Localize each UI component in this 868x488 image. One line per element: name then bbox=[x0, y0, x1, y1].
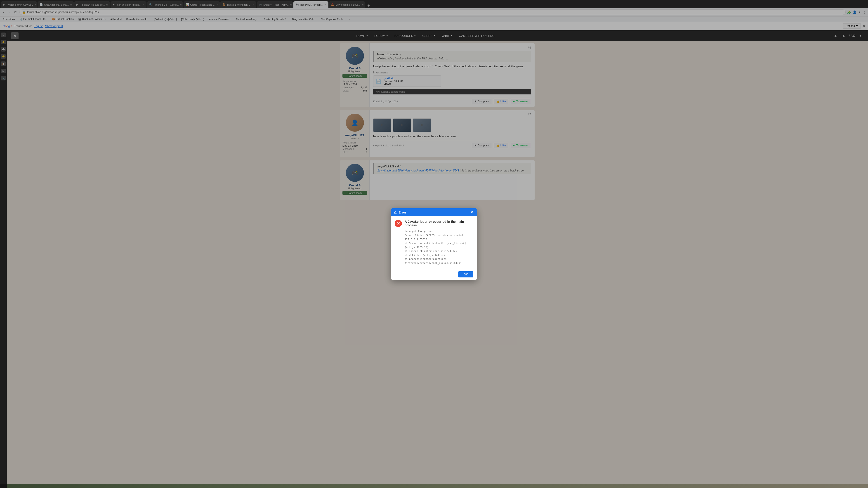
error-line-1: Error: listen EACCES: permission denied … bbox=[405, 233, 473, 241]
dialog-overlay: ⚠ Error ✕ ✕ A JavaScript error occurred … bbox=[0, 0, 868, 484]
error-red-icon: ✕ bbox=[395, 220, 402, 227]
error-line-5: at processTicksAndRejections (internal/p… bbox=[405, 257, 473, 265]
error-dialog: ⚠ Error ✕ ✕ A JavaScript error occurred … bbox=[391, 208, 477, 280]
dialog-titlebar: ⚠ Error ✕ bbox=[391, 208, 477, 216]
ok-button[interactable]: OK bbox=[458, 271, 473, 278]
error-title-icon: ⚠ bbox=[394, 210, 397, 214]
dialog-heading: A JavaScript error occurred in the main … bbox=[405, 220, 473, 227]
dialog-close-button[interactable]: ✕ bbox=[469, 210, 474, 215]
dialog-icon-row: ✕ A JavaScript error occurred in the mai… bbox=[395, 220, 473, 265]
error-line-2: at Server.setupListenHandle [as _listen2… bbox=[405, 241, 473, 249]
dialog-title: ⚠ Error bbox=[394, 210, 406, 214]
error-label: Uncaught Exception: bbox=[405, 229, 473, 233]
error-title-text: Error bbox=[399, 210, 406, 214]
dialog-body: ✕ A JavaScript error occurred in the mai… bbox=[391, 216, 477, 269]
error-line-4: at doListen (net.js:1413:7) bbox=[405, 253, 473, 257]
dialog-message: A JavaScript error occurred in the main … bbox=[405, 220, 473, 265]
dialog-footer: OK bbox=[391, 269, 477, 280]
dialog-error-text: Uncaught Exception: Error: listen EACCES… bbox=[405, 229, 473, 265]
error-line-3: at listenInCluster (net.js:1274:12) bbox=[405, 249, 473, 253]
